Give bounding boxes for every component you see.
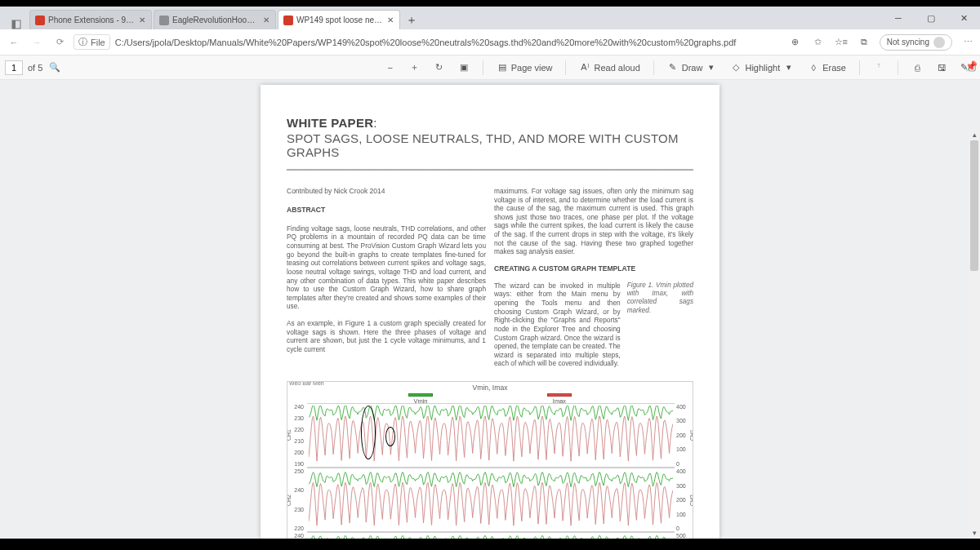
url-scheme-label: File [91, 38, 105, 47]
fit-page-button[interactable]: ▣ [455, 60, 473, 74]
scroll-thumb[interactable] [970, 140, 978, 271]
tab-wp149[interactable]: WP149 spot loose neutrals sags ✕ [278, 10, 400, 29]
wizard-paragraph: The wizard can be invoked in multiple wa… [494, 282, 621, 368]
minimize-button[interactable]: ─ [882, 7, 915, 29]
text-tool-button[interactable]: ᵀ [870, 60, 888, 74]
close-icon[interactable]: ✕ [386, 16, 394, 24]
column-right: maximums. For voltage sag issues, often … [494, 187, 693, 376]
erase-button[interactable]: ◊ Erase [804, 61, 849, 74]
scroll-up-icon[interactable]: ▴ [969, 129, 980, 140]
tab-label: EagleRevolutionHookupDiagram [172, 16, 259, 24]
tab-strip: Phone Extensions - 9.10.21.pdf ✕ EagleRe… [0, 7, 980, 29]
chevron-down-icon: ▾ [706, 62, 717, 73]
read-aloud-button[interactable]: A⁾ Read aloud [576, 60, 643, 74]
pdf-icon [283, 16, 293, 25]
save-button[interactable]: 🖫 [933, 61, 951, 74]
chart-pane-ch2: CH2 CH2 250 240 230 220 400 300 200 1 [307, 468, 675, 532]
legend-swatch-red [547, 393, 572, 397]
sag-annotation-large [361, 406, 376, 459]
abstract-paragraph: Finding voltage sags, loose neutrals, TH… [287, 224, 486, 311]
close-icon[interactable]: ✕ [262, 16, 270, 24]
chart-panes: CH1 CH1 240 230 220 210 200 190 400 3 [307, 403, 675, 539]
sync-label: Not syncing [887, 38, 929, 47]
pdf-icon [35, 16, 45, 25]
continuation-paragraph: maximums. For voltage sag issues, often … [494, 187, 693, 256]
address-bar: ← → ⟳ ⓘ File C:/Users/jpola/Desktop/Manu… [0, 29, 980, 55]
figure-caption: Figure 1. Vmin plotted with Imax, with c… [627, 282, 693, 376]
browser-window: Phone Extensions - 9.10.21.pdf ✕ EagleRe… [0, 7, 980, 539]
left-axis-ticks: 240 230 [289, 533, 304, 539]
vertical-scrollbar[interactable]: ▴ ▾ [969, 129, 980, 539]
file-icon [159, 16, 169, 25]
right-axis-ticks: 500 400 300 200 [676, 533, 691, 539]
url-field[interactable]: C:/Users/jpola/Desktop/Manuals/White%20P… [115, 38, 783, 47]
column-left: Contributed by Nick Crook 2014 ABSTRACT … [287, 187, 486, 376]
scroll-down-icon[interactable]: ▾ [969, 527, 980, 539]
legend-swatch-green [408, 393, 433, 397]
title-divider [287, 169, 693, 171]
read-aloud-label: Read aloud [594, 63, 639, 73]
tab-label: WP149 spot loose neutrals sags [296, 16, 383, 24]
page-view-label: Page view [511, 63, 553, 73]
highlight-button[interactable]: ◇ Highlight ▾ [727, 60, 798, 74]
right-axis-ticks: 400 300 200 100 0 [676, 468, 691, 531]
highlight-label: Highlight [745, 63, 780, 73]
draw-label: Draw [682, 63, 703, 73]
close-icon[interactable]: ✕ [138, 16, 146, 24]
chart-pane-ch3: CH3 CH3 240 230 500 400 300 200 [307, 532, 675, 539]
left-axis-ticks: 240 230 220 210 200 190 [289, 404, 304, 467]
print-button[interactable]: ⎙ [908, 61, 926, 74]
pin-toolbar-icon[interactable]: 📌 [964, 59, 978, 73]
back-button[interactable]: ← [5, 33, 23, 51]
page-view-button[interactable]: ▤ Page view [493, 60, 556, 74]
avatar-icon [933, 37, 945, 48]
chart-traces [309, 534, 673, 539]
highlighter-icon: ◇ [730, 62, 742, 73]
star-favorite-icon[interactable]: ✩ [811, 37, 826, 47]
profile-sync-button[interactable]: Not syncing [880, 34, 952, 51]
page-total-label: of 5 [28, 63, 42, 73]
rotate-button[interactable]: ↻ [430, 60, 448, 74]
right-axis-ticks: 400 300 200 100 0 [676, 404, 691, 467]
body-columns: Contributed by Nick Crook 2014 ABSTRACT … [287, 187, 693, 376]
sag-annotation-small [385, 427, 395, 446]
tab-phone-extensions[interactable]: Phone Extensions - 9.10.21.pdf ✕ [29, 10, 152, 29]
page-title: WHITE PAPER: [287, 116, 693, 130]
draw-button[interactable]: ✎ Draw ▾ [664, 60, 721, 74]
forward-button[interactable]: → [28, 33, 46, 51]
figure-1-chart: Wed Bar Men Vmin, Imax Vmin Imax CH [287, 381, 693, 539]
tab-eagle-diagram[interactable]: EagleRevolutionHookupDiagram ✕ [154, 10, 276, 29]
zoom-out-button[interactable]: − [381, 61, 399, 74]
close-window-button[interactable]: ✕ [947, 7, 980, 29]
zoom-icon[interactable]: ⊕ [788, 37, 803, 47]
chevron-down-icon: ▾ [783, 62, 795, 73]
page-subtitle: SPOT SAGS, LOOSE NEUTRALS, THD, AND MORE… [287, 131, 693, 159]
pdf-toolbar: of 5 🔍 − ＋ ↻ ▣ ▤ Page view A⁾ Read aloud… [0, 55, 980, 80]
chart-pane-ch1: CH1 CH1 240 230 220 210 200 190 400 3 [307, 403, 675, 468]
url-scheme-badge[interactable]: ⓘ File [74, 34, 110, 50]
svg-rect-1 [12, 20, 16, 29]
contributor-line: Contributed by Nick Crook 2014 [287, 187, 486, 196]
refresh-button[interactable]: ⟳ [51, 33, 69, 51]
more-menu-icon[interactable]: ⋯ [960, 37, 975, 47]
tab-actions-icon[interactable] [5, 20, 28, 29]
address-right-controls: ⊕ ✩ ☆≡ ⧉ Not syncing ⋯ [788, 34, 975, 51]
tab-label: Phone Extensions - 9.10.21.pdf [48, 16, 135, 24]
favorites-bar-icon[interactable]: ☆≡ [834, 37, 849, 47]
maximize-button[interactable]: ▢ [915, 7, 947, 29]
chart-breadcrumb: Wed Bar Men [289, 381, 324, 386]
info-icon: ⓘ [78, 36, 87, 48]
search-icon[interactable]: 🔍 [47, 62, 62, 73]
pdf-viewport[interactable]: WHITE PAPER: SPOT SAGS, LOOSE NEUTRALS, … [0, 80, 980, 539]
collections-icon[interactable]: ⧉ [857, 37, 871, 47]
pdf-page: WHITE PAPER: SPOT SAGS, LOOSE NEUTRALS, … [261, 85, 719, 539]
page-number-input[interactable] [5, 60, 23, 75]
erase-label: Erase [822, 63, 846, 73]
zoom-in-button[interactable]: ＋ [406, 60, 424, 75]
read-aloud-icon: A⁾ [579, 62, 590, 73]
chart-title: Vmin, Imax [287, 384, 693, 392]
left-axis-ticks: 250 240 230 220 [289, 468, 304, 531]
pen-icon: ✎ [667, 62, 679, 73]
new-tab-button[interactable]: ＋ [402, 11, 421, 29]
chart-traces [309, 470, 673, 530]
